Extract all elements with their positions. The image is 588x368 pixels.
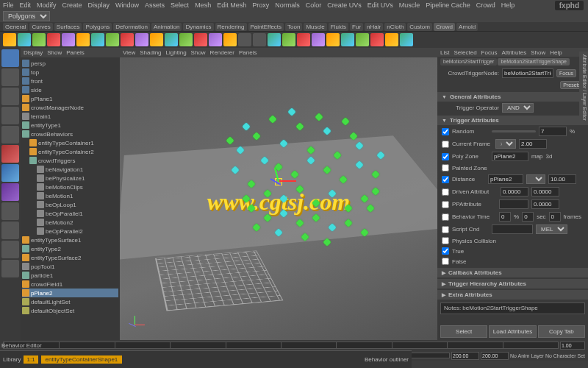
- focus-button[interactable]: Focus: [556, 69, 576, 77]
- node-name-input[interactable]: [502, 68, 553, 78]
- shelf-tab-toon[interactable]: Toon: [285, 23, 302, 31]
- shelf-icon-21[interactable]: [312, 33, 325, 46]
- behav-shape[interactable]: entityTypeContainerShape1: [41, 355, 123, 364]
- vp-menu-shading[interactable]: Shading: [140, 49, 161, 56]
- ppattr-blank[interactable]: [499, 199, 528, 209]
- outliner-menu-show[interactable]: Show: [47, 49, 62, 56]
- outliner-node[interactable]: terrain1: [22, 112, 118, 121]
- outliner-node[interactable]: entityTypeSurface2: [22, 253, 118, 262]
- tool-7[interactable]: [1, 164, 19, 182]
- ae-tab-1[interactable]: beMotion2StartTriggerShape: [498, 58, 570, 66]
- shelf-icon-1[interactable]: [18, 33, 31, 46]
- distance-check[interactable]: [442, 176, 449, 183]
- outliner-node[interactable]: popTool1: [22, 262, 118, 271]
- tool-11[interactable]: [1, 241, 19, 258]
- shelf-icon-16[interactable]: [238, 33, 251, 46]
- shelf-tab-nhair[interactable]: nHair: [365, 23, 383, 31]
- vp-menu-lighting[interactable]: Lighting: [166, 49, 187, 56]
- curframe-check[interactable]: [442, 141, 449, 148]
- shelf-tab-arnold[interactable]: Arnold: [456, 23, 478, 31]
- btime-check[interactable]: [442, 213, 449, 221]
- shelf-tab-painteffects[interactable]: PaintEffects: [248, 23, 284, 31]
- outliner-node[interactable]: front: [22, 77, 118, 85]
- status-icon[interactable]: [54, 12, 63, 21]
- range-end[interactable]: [451, 352, 479, 360]
- physics-check[interactable]: [442, 237, 449, 244]
- menu-edit-uvs[interactable]: Edit UVs: [368, 1, 393, 9]
- select-tool[interactable]: [1, 49, 19, 67]
- outliner-node[interactable]: pPlane2: [22, 289, 118, 297]
- ae-menu-list[interactable]: List: [440, 49, 449, 56]
- outliner-node[interactable]: beMotion2: [22, 218, 118, 227]
- manip-x-axis[interactable]: [279, 180, 296, 182]
- outliner-node[interactable]: crowdBehaviors: [22, 130, 118, 138]
- outliner-node[interactable]: defaultLightSet: [22, 297, 118, 306]
- script-check[interactable]: [442, 226, 449, 233]
- outliner-node[interactable]: beOpParallel1: [22, 209, 118, 218]
- behavior-editor-window[interactable]: Behavior Editor Library 1:1 entityTypeCo…: [0, 350, 412, 368]
- shelf-tab-dynamics[interactable]: Dynamics: [183, 23, 213, 31]
- menu-create[interactable]: Create: [62, 1, 82, 9]
- shelf-icon-26[interactable]: [385, 33, 398, 46]
- random-check[interactable]: [442, 128, 449, 135]
- move-tool[interactable]: [1, 88, 19, 105]
- shelf-icon-18[interactable]: [268, 33, 281, 46]
- outliner-menu-panels[interactable]: Panels: [66, 49, 84, 56]
- shelf-icon-12[interactable]: [179, 33, 193, 46]
- shelf-icon-27[interactable]: [400, 33, 413, 46]
- shelf-icon-4[interactable]: [62, 33, 75, 46]
- random-value[interactable]: [539, 127, 567, 136]
- outliner-node[interactable]: pPlane1: [22, 94, 118, 103]
- driven-a[interactable]: [531, 187, 559, 197]
- outliner-node[interactable]: beMotionClips: [22, 183, 118, 191]
- hier-section[interactable]: Trigger Hierarchy Attributes: [437, 279, 588, 289]
- outliner-node[interactable]: beMotion1: [22, 191, 118, 200]
- shelf-icon-19[interactable]: [282, 33, 295, 46]
- shelf-tab-ncloth[interactable]: nCloth: [384, 23, 406, 31]
- ae-menu-focus[interactable]: Focus: [481, 49, 498, 56]
- outliner-node[interactable]: particle1: [22, 271, 118, 280]
- tool-6[interactable]: [1, 145, 19, 163]
- menu-pipeline-cache[interactable]: Pipeline Cache: [426, 1, 470, 9]
- shelf-icon-13[interactable]: [194, 33, 207, 46]
- shelf-tab-deformation[interactable]: Deformation: [113, 23, 150, 31]
- menu-edit-mesh[interactable]: Edit Mesh: [217, 1, 246, 9]
- sidebar-vertical-tab[interactable]: Attribute Editor / Layer Editor: [579, 52, 588, 124]
- outliner-node[interactable]: beOpParallel2: [22, 227, 118, 236]
- menu-normals[interactable]: Normals: [275, 1, 300, 9]
- shelf-icon-0[interactable]: [3, 33, 16, 46]
- time-slider[interactable]: [0, 340, 588, 350]
- distance-num[interactable]: [548, 174, 576, 184]
- menu-display[interactable]: Display: [88, 1, 110, 9]
- outliner-node[interactable]: entityTypeContainer2: [22, 147, 118, 156]
- no-anim-layer[interactable]: No Anim Layer: [510, 353, 544, 358]
- shelf-tab-crowd[interactable]: Crowd: [434, 23, 455, 31]
- outliner-node[interactable]: beNavigation1: [22, 165, 118, 174]
- shelf-icon-25[interactable]: [370, 33, 384, 46]
- shelf-icon-9[interactable]: [135, 33, 148, 46]
- ae-tab-0[interactable]: beMotion2StartTrigger: [440, 58, 497, 66]
- scale-tool[interactable]: [1, 126, 19, 144]
- vp-menu-show[interactable]: Show: [191, 49, 206, 56]
- tool-9[interactable]: [1, 202, 19, 220]
- btime-b[interactable]: [522, 212, 534, 222]
- shelf-icon-6[interactable]: [91, 33, 104, 46]
- rotate-tool[interactable]: [1, 107, 19, 124]
- current-frame[interactable]: [560, 342, 585, 350]
- tool-10[interactable]: [1, 222, 19, 239]
- ae-menu-attributes[interactable]: Attributes: [501, 49, 526, 56]
- menu-edit[interactable]: Edit: [20, 1, 32, 9]
- extra-section[interactable]: Extra Attributes: [437, 290, 588, 300]
- menu-crowd[interactable]: Crowd: [476, 1, 495, 9]
- vp-menu-panels[interactable]: Panels: [239, 49, 257, 56]
- menu-color[interactable]: Color: [306, 1, 322, 9]
- btime-c[interactable]: [549, 212, 561, 222]
- menu-create-uvs[interactable]: Create UVs: [327, 1, 362, 9]
- shelf-icon-17[interactable]: [253, 33, 266, 46]
- curframe-value[interactable]: [519, 139, 547, 149]
- true-check[interactable]: [442, 247, 449, 255]
- behav-tab[interactable]: 1:1: [24, 355, 37, 364]
- outliner-node[interactable]: entityType1: [22, 121, 118, 130]
- ppattr-a[interactable]: [531, 199, 559, 209]
- outliner-node[interactable]: crowdManagerNode: [22, 103, 118, 112]
